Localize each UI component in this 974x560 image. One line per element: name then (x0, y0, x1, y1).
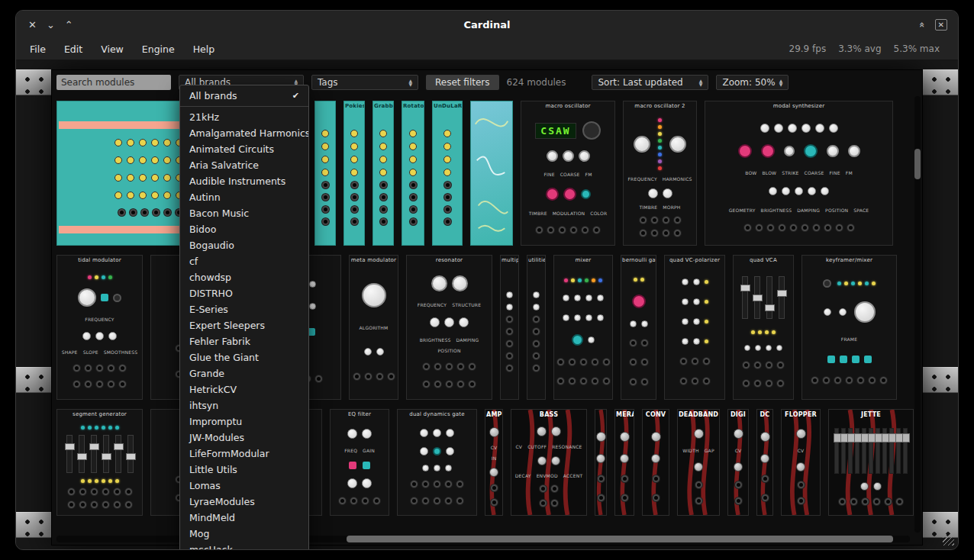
brand-menu-item[interactable]: LifeFormModular (180, 446, 308, 462)
led-icon (865, 282, 869, 285)
brand-menu-item[interactable]: Audible Instruments (180, 173, 308, 189)
module-tile[interactable]: UnDuLaR (432, 101, 463, 246)
vertical-scrollbar-thumb[interactable] (914, 149, 921, 179)
menu-view[interactable]: View (92, 38, 133, 60)
brand-menu-item[interactable]: cf (180, 253, 308, 269)
zoom-select[interactable]: Zoom: 50% ▲▼ (716, 75, 789, 90)
jack-icon (653, 494, 660, 501)
module-tile[interactable]: tidal modulatorFREQUENCYSHAPESLOPESMOOTH… (56, 255, 143, 400)
brand-menu-item[interactable]: Grande (180, 365, 308, 381)
module-tile[interactable]: bernoulli gate (621, 255, 656, 400)
jack-icon (410, 206, 417, 213)
slider-icon (766, 276, 772, 319)
white-knob-icon (533, 304, 540, 311)
brand-menu-item[interactable]: Glue the Giant (180, 349, 308, 365)
brand-menu-item[interactable]: DISTRHO (180, 285, 308, 301)
jack-icon (569, 378, 576, 385)
led-icon (658, 159, 662, 163)
chevron-up-icon[interactable]: ⌃ (65, 19, 73, 31)
module-tile[interactable]: macro oscillator 2FREQUENCYHARMONICSTIMB… (623, 101, 697, 246)
module-tile[interactable]: multiples (500, 255, 519, 400)
module-tile[interactable]: EQ filterFREQGAIN (330, 409, 389, 516)
search-input[interactable] (56, 75, 171, 90)
module-tile[interactable]: quad VC-polarizer (664, 255, 725, 400)
module-title: DC (757, 410, 772, 418)
module-tile[interactable]: BASSCVCUTOFFRESONANCEDECAYENVMODACCENT (511, 409, 587, 516)
brand-menu-item[interactable]: MindMeld (180, 510, 308, 526)
module-tile[interactable]: mixer (553, 255, 613, 400)
brand-menu-item[interactable]: JW-Modules (180, 430, 308, 446)
brand-menu-item[interactable]: Bacon Music (180, 205, 308, 221)
vertical-scrollbar[interactable] (914, 96, 921, 533)
menu-edit[interactable]: Edit (55, 38, 92, 60)
menu-file[interactable]: File (21, 38, 55, 60)
brand-menu-item[interactable]: Bidoo (180, 221, 308, 237)
brand-menu-item[interactable]: LyraeModules (180, 494, 308, 510)
tags-filter-select[interactable]: Tags ▲▼ (311, 75, 418, 90)
reset-filters-button[interactable]: Reset filters (426, 75, 499, 90)
brand-menu-item[interactable]: Impromptu (180, 414, 308, 430)
brand-menu-item-all-brands[interactable]: All brands ✔ (180, 88, 308, 104)
yellow-knob-icon (127, 156, 134, 164)
module-tile[interactable]: MERA (614, 409, 634, 516)
menu-help[interactable]: Help (184, 38, 224, 60)
module-tile[interactable] (470, 101, 513, 246)
menu-engine[interactable]: Engine (133, 38, 184, 60)
brand-menu-item[interactable]: ihtsyn (180, 397, 308, 414)
module-tile[interactable]: meta modulatorALGORITHM (349, 255, 398, 400)
module-tile[interactable]: dual dynamics gate (397, 409, 477, 516)
module-tile[interactable]: resonatorFREQUENCYSTRUCTUREBRIGHTNESSDAM… (406, 255, 492, 400)
module-tile[interactable]: AMPCVIN (485, 409, 503, 516)
jack-icon (540, 500, 547, 507)
module-tile[interactable]: DC (756, 409, 773, 516)
module-tile[interactable]: utilities (527, 255, 546, 400)
module-tile[interactable]: quad VCA (733, 255, 794, 400)
brand-menu-item[interactable]: HetrickCV (180, 381, 308, 397)
sort-select[interactable]: Sort: Last updated ▲▼ (592, 75, 708, 90)
yellow-knob-icon (443, 143, 451, 150)
label-row: CV (735, 448, 742, 453)
horizontal-scrollbar-thumb[interactable] (347, 536, 893, 542)
module-tile[interactable]: macro oscillatorCSAWFINECOARSEFMTIMBREMO… (521, 101, 615, 246)
jack-icon (102, 501, 109, 508)
module-tile[interactable]: DIGICV (727, 409, 749, 516)
module-tile[interactable]: DEADBANDWIDTHGAP (677, 409, 720, 516)
brand-menu-item[interactable]: Aria Salvatrice (180, 157, 308, 173)
module-tile[interactable] (314, 101, 336, 246)
brand-menu-item[interactable]: Expert Sleepers (180, 317, 308, 333)
module-tile[interactable]: CONV (642, 409, 669, 516)
brand-menu-item[interactable]: Little Utils (180, 462, 308, 478)
slider-icon (903, 428, 908, 474)
resize-grip[interactable] (943, 534, 954, 546)
lcd-display: CSAW (535, 123, 576, 139)
brand-menu-item[interactable]: Animated Circuits (180, 141, 308, 157)
brand-menu-item[interactable]: Fehler Fabrik (180, 333, 308, 349)
brand-menu-item[interactable]: Lomas (180, 478, 308, 494)
jack-icon (456, 497, 463, 504)
label-row: CVCUTOFFRESONANCE (515, 444, 582, 449)
brand-menu-item[interactable]: 21kHz (180, 109, 308, 125)
brand-menu-item[interactable]: Autinn (180, 189, 308, 205)
white-knob-icon (585, 314, 592, 321)
module-tile[interactable]: JETTE (828, 409, 914, 516)
close-box-icon[interactable]: ✕ (935, 19, 947, 31)
module-tile[interactable]: segment generator (56, 409, 143, 516)
brand-menu-item[interactable]: mscHack (180, 542, 308, 550)
module-decor: FRAME (802, 264, 896, 399)
close-icon[interactable]: ✕ (28, 19, 37, 31)
brand-menu-item[interactable]: E-Series (180, 301, 308, 317)
chevron-down-icon[interactable]: ⌄ (47, 19, 55, 31)
brand-menu-item[interactable]: Mog (180, 526, 308, 542)
module-tile[interactable]: keyframer/mixerFRAME (801, 255, 897, 400)
brand-menu-item[interactable]: Amalgamated Harmonics (180, 125, 308, 141)
module-tile[interactable]: Grabby (373, 101, 394, 246)
module-tile[interactable] (595, 409, 607, 516)
brand-menu-item[interactable]: chowdsp (180, 269, 308, 285)
module-tile[interactable]: Pokies (343, 101, 365, 246)
brand-menu-item[interactable]: Bogaudio (180, 237, 308, 253)
collapse-up-icon[interactable]: « (917, 21, 928, 27)
module-title (471, 101, 512, 110)
module-tile[interactable]: Rotatoes (402, 101, 424, 246)
module-tile[interactable]: FLOPPERCV (781, 409, 821, 516)
module-tile[interactable]: modal synthesizerBOWBLOWSTRIKECOARSEFINE… (705, 101, 893, 246)
